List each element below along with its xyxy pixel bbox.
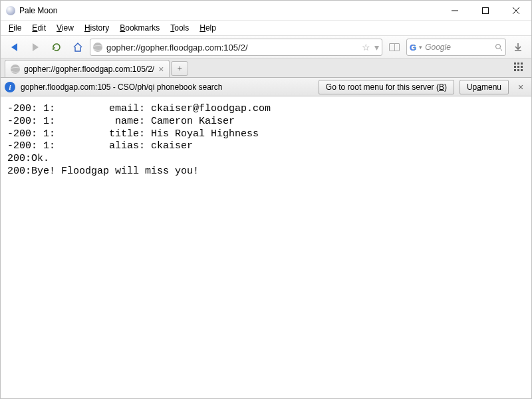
search-engine-caret[interactable]: ▾ xyxy=(419,44,422,51)
home-icon xyxy=(72,42,83,53)
reload-icon xyxy=(51,42,62,53)
titlebar: Pale Moon xyxy=(1,1,531,21)
window-controls xyxy=(440,1,531,20)
menu-file[interactable]: File xyxy=(5,22,25,34)
tab-title: gopher://gopher.floodgap.com:105/2/ xyxy=(24,65,154,74)
menu-history[interactable]: History xyxy=(80,22,113,34)
search-go-icon[interactable] xyxy=(495,43,503,51)
forward-arrow-icon xyxy=(33,43,39,51)
all-tabs-button[interactable] xyxy=(514,63,526,74)
reader-mode-button[interactable] xyxy=(385,39,404,56)
page-content: -200: 1: email: ckaiser@floodgap.com -20… xyxy=(1,96,531,398)
menu-edit[interactable]: Edit xyxy=(28,22,50,34)
home-button[interactable] xyxy=(68,39,87,56)
tab-close-icon[interactable]: × xyxy=(158,64,164,74)
tab-bar: gopher://gopher.floodgap.com:105/2/ × + xyxy=(1,59,531,78)
site-identity-icon[interactable] xyxy=(93,43,102,52)
tab-active[interactable]: gopher://gopher.floodgap.com:105/2/ × xyxy=(5,60,170,77)
nav-toolbar: gopher://gopher.floodgap.com:105/2/ ☆ ▾ … xyxy=(1,35,531,59)
menubar: File Edit View History Bookmarks Tools H… xyxy=(1,21,531,35)
back-button[interactable] xyxy=(5,39,23,56)
download-icon xyxy=(513,42,523,53)
back-arrow-icon xyxy=(11,43,17,51)
info-bar-text: gopher.floodgap.com:105 - CSO/ph/qi phon… xyxy=(21,82,313,92)
reader-icon xyxy=(389,43,400,51)
url-text[interactable]: gopher://gopher.floodgap.com:105/2/ xyxy=(106,43,358,53)
info-icon: i xyxy=(5,82,15,92)
bookmark-star-icon[interactable]: ☆ xyxy=(362,42,370,53)
svg-line-5 xyxy=(500,49,502,51)
menu-bookmarks[interactable]: Bookmarks xyxy=(116,22,164,34)
window-title: Pale Moon xyxy=(19,6,57,15)
menu-tools[interactable]: Tools xyxy=(166,22,193,34)
reload-button[interactable] xyxy=(47,39,66,56)
search-engine-icon[interactable]: G xyxy=(410,43,416,53)
root-menu-button[interactable]: Go to root menu for this server (B) xyxy=(319,80,454,94)
forward-button[interactable] xyxy=(26,39,45,56)
tab-favicon xyxy=(11,65,20,74)
minimize-button[interactable] xyxy=(440,1,470,20)
up-menu-button[interactable]: Up a menu xyxy=(460,80,509,94)
menu-view[interactable]: View xyxy=(53,22,78,34)
close-button[interactable] xyxy=(501,1,531,20)
addr-dropdown-icon[interactable]: ▾ xyxy=(374,42,379,53)
info-bar-close-icon[interactable]: × xyxy=(514,80,527,94)
search-placeholder: Google xyxy=(425,43,492,52)
menu-help[interactable]: Help xyxy=(196,22,220,34)
app-icon xyxy=(6,6,15,15)
svg-point-4 xyxy=(496,45,501,49)
svg-rect-1 xyxy=(483,7,489,13)
info-bar: i gopher.floodgap.com:105 - CSO/ph/qi ph… xyxy=(1,78,531,96)
downloads-button[interactable] xyxy=(509,39,527,56)
new-tab-button[interactable]: + xyxy=(171,61,188,76)
address-bar[interactable]: gopher://gopher.floodgap.com:105/2/ ☆ ▾ xyxy=(90,39,382,56)
maximize-button[interactable] xyxy=(470,1,501,20)
search-bar[interactable]: G ▾ Google xyxy=(406,39,506,56)
